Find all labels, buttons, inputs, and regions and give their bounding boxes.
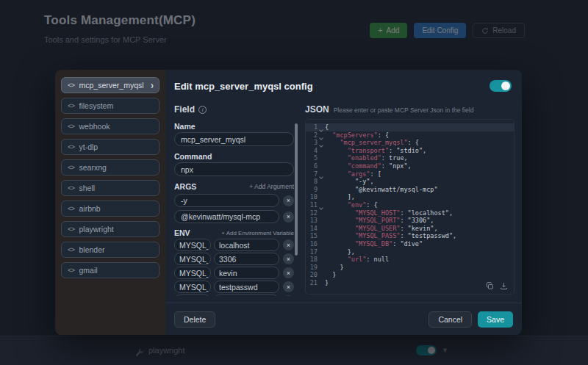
download-icon[interactable] (500, 282, 508, 290)
json-header-label: JSON (305, 104, 329, 115)
name-input[interactable]: mcp_server_myqsl (174, 132, 294, 146)
line-number: 1 (306, 123, 318, 131)
info-icon[interactable]: i (198, 106, 207, 114)
server-name: playwright (79, 225, 114, 234)
code-text: "@kevinwatt/mysql-mcp" (325, 186, 438, 194)
arg-input[interactable]: -y (174, 194, 279, 207)
cancel-button[interactable]: Cancel (429, 311, 472, 328)
server-list-item[interactable]: <> blender › (61, 242, 159, 258)
env-key-input[interactable]: MYSQL_DB (174, 294, 211, 296)
line-number: 5 (306, 154, 318, 162)
env-key-input[interactable]: MYSQL_HOST (174, 239, 211, 251)
code-icon: <> (68, 123, 75, 130)
server-list-item[interactable]: <> searxng › (61, 159, 159, 176)
code-text: "MYSQL_PORT": "3306", (325, 217, 434, 225)
code-line[interactable]: 2 "mcpServers": { (306, 131, 514, 140)
command-input[interactable]: npx (174, 162, 294, 176)
code-line[interactable]: 21 } (306, 279, 514, 287)
line-number: 4 (306, 147, 318, 155)
add-argument-link[interactable]: + Add Argument (249, 183, 294, 190)
server-enabled-toggle[interactable] (490, 80, 512, 92)
line-number: 20 (306, 271, 318, 279)
env-value-input[interactable]: kevin (214, 267, 279, 279)
server-name: searxng (79, 163, 107, 172)
arg-row: -y × (174, 194, 294, 207)
code-text: } (325, 279, 329, 287)
json-editor[interactable]: 1 { 2 "mcpServers": { 3 (305, 119, 514, 294)
env-value-input[interactable]: dive (214, 294, 279, 296)
code-line[interactable]: 18 "url": null (306, 256, 514, 264)
arg-input[interactable]: @kevinwatt/mysql-mcp (174, 210, 279, 223)
server-list-item[interactable]: <> yt-dlp › (61, 139, 159, 155)
server-list-item[interactable]: <> playwright › (61, 221, 159, 237)
delete-button[interactable]: Delete (174, 311, 215, 328)
code-text: "MYSQL_DB": "dive" (325, 240, 423, 248)
code-line[interactable]: 12 "MYSQL_HOST": "localhost", (306, 209, 514, 217)
server-list-item[interactable]: <> filesystem › (61, 98, 159, 114)
remove-env-button[interactable]: × (283, 267, 294, 278)
json-hint: Please enter or paste MCP Server Json in… (334, 106, 474, 114)
remove-arg-button[interactable]: × (283, 195, 294, 206)
code-line[interactable]: 1 { (306, 123, 514, 131)
code-text: }, (325, 248, 355, 256)
editor-actions (486, 282, 508, 290)
field-header-label: Field (174, 104, 195, 115)
add-env-link[interactable]: + Add Environment Variable (221, 230, 294, 236)
env-key-input[interactable]: MYSQL_USER (174, 267, 211, 279)
code-icon: <> (68, 246, 75, 253)
args-label: ARGS (174, 182, 196, 191)
server-name: blender (79, 245, 105, 254)
code-line[interactable]: 4 "transport": "stdio", (306, 147, 514, 155)
remove-env-button[interactable]: × (283, 253, 294, 264)
line-number: 10 (306, 193, 318, 201)
env-row: MYSQL_HOST localhost × (174, 239, 294, 251)
code-line[interactable]: 6 "command": "npx", (306, 162, 514, 170)
code-line[interactable]: 15 "MYSQL_PASS": "testpasswd", (306, 232, 514, 240)
remove-env-button[interactable]: × (283, 295, 294, 296)
code-line[interactable]: 14 "MYSQL_USER": "kevin", (306, 225, 514, 233)
code-line[interactable]: 10 ], (306, 193, 514, 201)
env-row: MYSQL_PASS testpasswd × (174, 281, 294, 293)
env-value-input[interactable]: localhost (214, 239, 279, 251)
line-number: 7 (306, 170, 318, 178)
server-list-item[interactable]: <> gmail › (61, 262, 159, 278)
args-header-row: ARGS + Add Argument (174, 182, 294, 191)
code-line[interactable]: 19 } (306, 264, 514, 272)
copy-icon[interactable] (486, 282, 494, 290)
code-icon: <> (68, 205, 75, 212)
env-value-input[interactable]: 3306 (214, 253, 279, 265)
code-text: } (325, 264, 344, 272)
env-key-input[interactable]: MYSQL_PORT (174, 253, 211, 265)
args-list: -y × @kevinwatt/mysql-mcp × (174, 194, 294, 223)
env-label: ENV (174, 228, 190, 237)
field-section-header: Field i (174, 104, 207, 115)
code-text: "args": [ (325, 170, 381, 178)
command-label: Command (174, 152, 294, 161)
code-line[interactable]: 9 "@kevinwatt/mysql-mcp" (306, 186, 514, 194)
code-line[interactable]: 17 }, (306, 248, 514, 256)
remove-env-button[interactable]: × (283, 281, 294, 292)
server-list-item[interactable]: <> airbnb › (61, 200, 159, 217)
field-scrollbar[interactable] (295, 123, 298, 256)
remove-arg-button[interactable]: × (283, 212, 294, 223)
server-list-item[interactable]: <> shell › (61, 180, 159, 196)
code-line[interactable]: 7 "args": [ (306, 170, 514, 178)
code-line[interactable]: 16 "MYSQL_DB": "dive" (306, 240, 514, 248)
code-line[interactable]: 5 "enabled": true, (306, 154, 514, 162)
code-text: "env": { (325, 201, 378, 209)
save-button[interactable]: Save (478, 311, 513, 328)
code-icon: <> (68, 164, 75, 171)
code-text: "transport": "stdio", (325, 147, 426, 155)
env-key-input[interactable]: MYSQL_PASS (174, 281, 211, 293)
code-line[interactable]: 3 "mcp_server_myqsl": { (306, 139, 514, 147)
code-line[interactable]: 20 } (306, 271, 514, 279)
code-text: "-y", (325, 178, 374, 186)
env-value-input[interactable]: testpasswd (214, 281, 279, 293)
code-line[interactable]: 13 "MYSQL_PORT": "3306", (306, 217, 514, 225)
line-number: 8 (306, 178, 318, 186)
code-line[interactable]: 8 "-y", (306, 178, 514, 186)
server-list-item[interactable]: <> mcp_server_myqsl › (61, 77, 159, 93)
server-list-item[interactable]: <> webhook › (61, 118, 159, 134)
remove-env-button[interactable]: × (283, 239, 294, 250)
code-line[interactable]: 11 "env": { (306, 201, 514, 209)
